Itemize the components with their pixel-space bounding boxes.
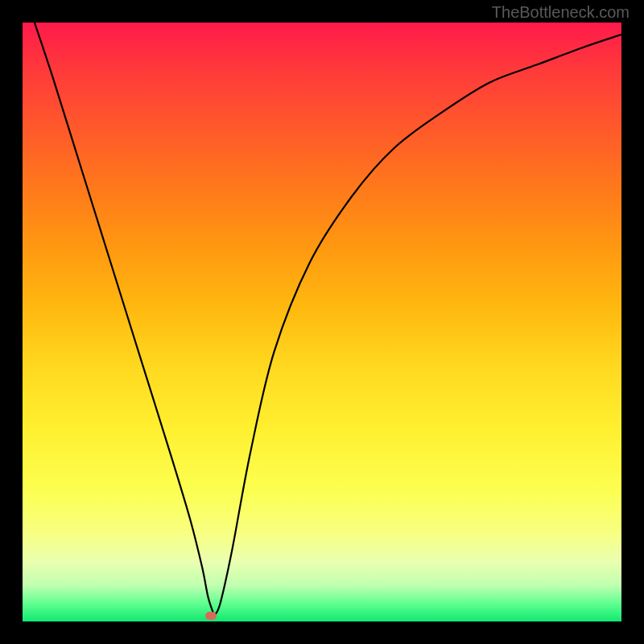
watermark-text: TheBottleneck.com [492, 3, 630, 22]
bottleneck-curve [23, 23, 621, 621]
optimum-marker [205, 612, 217, 620]
chart-plot-area [23, 23, 621, 621]
